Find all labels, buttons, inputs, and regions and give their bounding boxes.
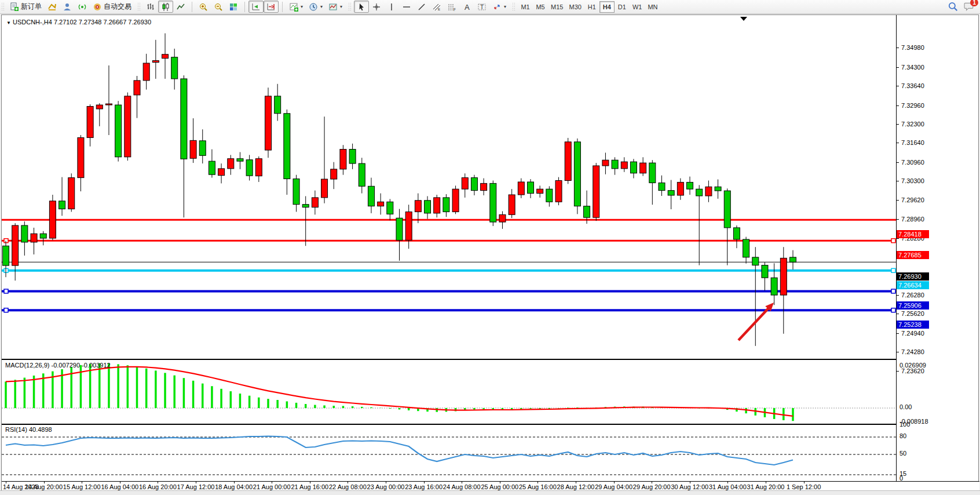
arrow-annotation[interactable]: [738, 307, 770, 340]
toolbar-btn-新订单[interactable]: 新订单: [7, 1, 45, 13]
toolbar-btn-alerts-icon[interactable]: 1: [964, 1, 974, 13]
time-axis-label: 15 Aug 12:00: [63, 483, 101, 490]
hline-handle[interactable]: [891, 239, 895, 243]
y-axis-tick: [897, 67, 899, 68]
vline-icon: [387, 2, 396, 12]
toolbar-btn-trendline-icon[interactable]: [414, 1, 429, 13]
toolbar-grip[interactable]: [512, 2, 515, 12]
price-line-label-7.26930[interactable]: 7.26930: [897, 272, 929, 281]
toolbar-btn-crosshair-icon[interactable]: [369, 1, 384, 13]
timeframe-D1[interactable]: D1: [615, 1, 630, 13]
time-axis-label: 29 Aug 04:00: [595, 483, 632, 490]
toolbar-btn-indicators-icon[interactable]: ▾: [286, 1, 306, 13]
toolbar-btn-template-icon[interactable]: ▾: [326, 1, 345, 13]
candle-bearish: [21, 225, 28, 242]
toolbar-btn-vline-icon[interactable]: [384, 1, 399, 13]
hline-handle[interactable]: [891, 289, 895, 293]
candle-bearish: [284, 114, 290, 179]
candle-bullish: [134, 81, 140, 95]
timeframe-H4[interactable]: H4: [599, 1, 615, 13]
timeframe-M30[interactable]: M30: [566, 1, 584, 13]
macd-panel-canvas[interactable]: [2, 359, 896, 423]
rsi-panel-canvas[interactable]: [2, 424, 896, 481]
chevron-down-icon: ▾: [504, 4, 506, 9]
y-axis-label: 7.31640: [901, 139, 924, 146]
chevron-down-icon: ▾: [301, 4, 303, 9]
toolbar-btn-cursor-icon[interactable]: [354, 1, 369, 13]
candle-bullish: [218, 169, 225, 176]
candle-bearish: [59, 201, 65, 209]
candle-bullish: [96, 105, 103, 109]
candle-bullish: [509, 195, 515, 214]
autotrade-icon: [93, 2, 102, 12]
toolbar-btn-hline-icon[interactable]: [399, 1, 414, 13]
toolbar-btn-label-icon[interactable]: T: [474, 1, 489, 13]
toolbar-btn-autoscroll-icon[interactable]: [248, 1, 264, 13]
toolbar-btn-channel-icon[interactable]: E: [429, 1, 444, 13]
candle-bearish: [396, 218, 403, 240]
toolbar-btn-arrows-tool-icon[interactable]: ▾: [489, 1, 509, 13]
timeframe-H1[interactable]: H1: [584, 1, 599, 13]
toolbar-btn-chart-shift-icon[interactable]: [264, 1, 279, 13]
time-axis-label: 18 Aug 04:00: [215, 483, 253, 490]
toolbar-btn-tile-windows-icon[interactable]: [226, 1, 241, 13]
price-line-label-7.26634[interactable]: 7.26634: [897, 281, 929, 289]
template-icon: [328, 2, 338, 12]
timeframe-W1[interactable]: W1: [630, 1, 645, 13]
candle-bullish: [452, 189, 459, 212]
toolbar-btn-profile-icon[interactable]: [60, 1, 75, 13]
candle-bullish: [565, 142, 571, 181]
toolbar-grip[interactable]: [1, 2, 4, 12]
toolbar-btn-zoom-out-icon[interactable]: [211, 1, 226, 13]
chart-window-icon: [47, 2, 57, 12]
price-chart-canvas[interactable]: [2, 16, 896, 358]
price-line-label-7.27685[interactable]: 7.27685: [897, 251, 929, 259]
toolbar-btn-zoom-in-icon[interactable]: [196, 1, 211, 13]
y-axis-tick: [897, 333, 899, 334]
price-line-label-7.25238[interactable]: 7.25238: [897, 321, 929, 329]
toolbar-btn-linechart-icon[interactable]: [173, 1, 188, 13]
y-axis-tick: [897, 219, 899, 220]
symbol-dropdown-icon[interactable]: ▼: [6, 20, 11, 26]
toolbar-btn-chart-window-icon[interactable]: [45, 1, 60, 13]
toolbar-btn-search-icon[interactable]: [948, 1, 958, 13]
hline-handle[interactable]: [891, 308, 895, 312]
candle-bearish: [687, 182, 693, 189]
price-line-label-7.25906[interactable]: 7.25906: [897, 301, 929, 310]
toolbar-btn-fibo-icon[interactable]: F: [444, 1, 459, 13]
candle-bullish: [378, 202, 384, 206]
hline-handle[interactable]: [4, 289, 8, 293]
toolbar-btn-自动交易[interactable]: 自动交易: [90, 1, 134, 13]
tile-windows-icon: [229, 2, 238, 12]
timeframe-M15[interactable]: M15: [548, 1, 566, 13]
zoom-in-icon: [199, 2, 208, 12]
y-axis-label: 7.24940: [901, 330, 924, 337]
candle-bearish: [368, 186, 374, 206]
timeframe-MN[interactable]: MN: [645, 1, 660, 13]
toolbar-btn-text-icon[interactable]: A: [459, 1, 474, 13]
time-axis-label: 31 Aug 20:00: [747, 483, 785, 490]
rsi-indicator-label: RSI(14) 40.4898: [5, 426, 52, 433]
candles-icon: [161, 2, 170, 12]
time-axis-label: 1 Sep 12:00: [787, 483, 821, 490]
candle-bullish: [705, 187, 712, 196]
toolbar-btn-periods-icon[interactable]: ▾: [306, 1, 326, 13]
hline-handle[interactable]: [891, 268, 895, 272]
price-line-label-7.28418[interactable]: 7.28418: [897, 230, 929, 238]
toolbar-btn-bars-icon[interactable]: [143, 1, 158, 13]
cursor-icon: [357, 2, 366, 12]
toolbar-grip[interactable]: [137, 2, 140, 12]
candle-bearish: [612, 160, 618, 169]
chart-shift-marker-icon[interactable]: [740, 17, 747, 21]
timeframe-M5[interactable]: M5: [533, 1, 548, 13]
toolbar-grip[interactable]: [348, 2, 351, 12]
toolbar-btn-新订单-label: 新订单: [21, 2, 42, 12]
zoom-out-icon: [214, 2, 223, 12]
hline-handle[interactable]: [4, 308, 8, 312]
toolbar-btn-signal-icon[interactable]: [75, 1, 90, 13]
y-axis-label: 7.30300: [901, 177, 924, 184]
timeframe-M1[interactable]: M1: [518, 1, 533, 13]
price-axis: 7.349807.343007.336407.329607.323007.316…: [896, 15, 978, 482]
time-axis-label: 24 Aug 08:00: [443, 483, 481, 490]
toolbar-btn-candles-icon[interactable]: [158, 1, 173, 13]
